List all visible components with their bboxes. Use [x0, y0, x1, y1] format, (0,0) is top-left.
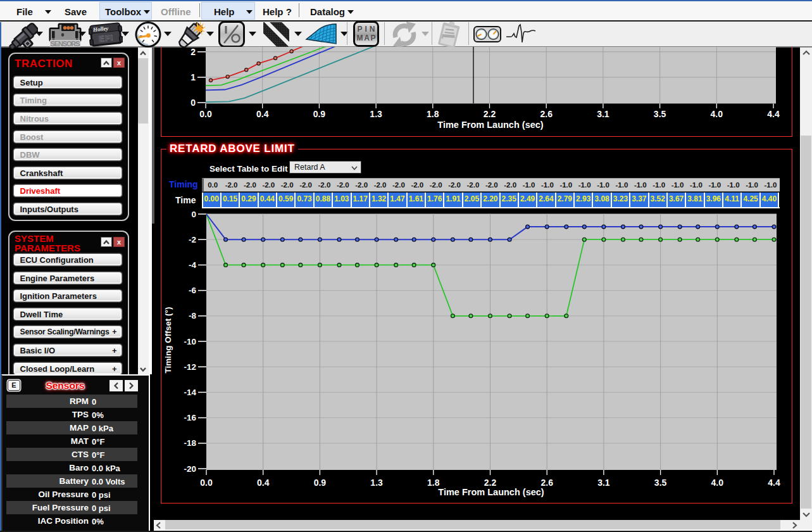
svg-text:-16: -16 — [184, 413, 196, 422]
svg-text:Time From Launch (sec): Time From Launch (sec) — [438, 487, 544, 497]
svg-text:4.4: 4.4 — [768, 478, 780, 488]
svg-text:0.0: 0.0 — [199, 109, 212, 119]
svg-text:2: 2 — [191, 47, 196, 57]
svg-text:1.3: 1.3 — [370, 109, 382, 119]
svg-text:3.5: 3.5 — [654, 478, 667, 488]
svg-text:-10: -10 — [184, 337, 196, 346]
svg-text:0: 0 — [191, 98, 196, 108]
svg-text:-2: -2 — [189, 235, 196, 244]
svg-text:0.4: 0.4 — [256, 109, 269, 119]
svg-text:3.5: 3.5 — [654, 109, 666, 119]
svg-text:-18: -18 — [184, 438, 196, 448]
svg-text:1: 1 — [191, 72, 196, 82]
svg-text:1.3: 1.3 — [370, 478, 383, 488]
svg-text:1.8: 1.8 — [427, 109, 439, 119]
svg-text:3.1: 3.1 — [597, 478, 610, 488]
svg-text:2.2: 2.2 — [484, 478, 497, 488]
svg-text:0.4: 0.4 — [257, 478, 270, 488]
svg-text:MAP: MAP — [357, 34, 376, 42]
svg-text:0.9: 0.9 — [314, 478, 327, 488]
svg-text:-4: -4 — [189, 260, 196, 270]
svg-text:-8: -8 — [189, 311, 196, 320]
svg-text:-14: -14 — [184, 388, 196, 397]
svg-text:-20: -20 — [184, 464, 196, 474]
svg-text:4.0: 4.0 — [711, 109, 723, 119]
svg-text:4.4: 4.4 — [767, 109, 780, 119]
svg-text:PIN: PIN — [358, 25, 375, 34]
svg-text:Time From Launch (sec): Time From Launch (sec) — [437, 120, 543, 130]
svg-text:2.6: 2.6 — [540, 478, 553, 488]
svg-text:0: 0 — [191, 210, 196, 219]
svg-text:EFI: EFI — [98, 32, 114, 43]
svg-text:1.8: 1.8 — [427, 478, 440, 488]
svg-text:2.2: 2.2 — [484, 109, 496, 119]
svg-text:3.1: 3.1 — [597, 109, 609, 119]
svg-text:0.9: 0.9 — [313, 109, 326, 119]
svg-text:-12: -12 — [184, 362, 196, 372]
svg-text:2.6: 2.6 — [540, 109, 553, 119]
svg-text:Timing Offset (°): Timing Offset (°) — [163, 307, 173, 374]
svg-text:0.0: 0.0 — [200, 478, 213, 488]
svg-text:-6: -6 — [189, 286, 196, 295]
svg-text:SENSORS: SENSORS — [51, 39, 80, 47]
svg-text:4.0: 4.0 — [711, 478, 724, 488]
